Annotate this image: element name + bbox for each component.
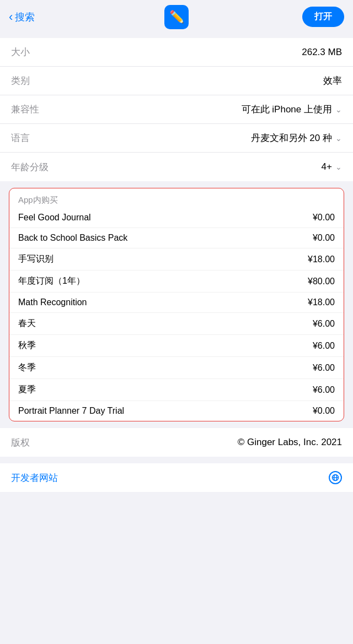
age-rating-value: 4+ ⌄ [322,161,342,172]
back-button[interactable]: ‹ 搜索 [9,10,35,24]
copyright-value: © Ginger Labs, Inc. 2021 [238,437,342,448]
app-icon-container: ✏️ [164,5,189,29]
info-section: 大小 262.3 MB 类别 效率 兼容性 可在此 iPhone 上使用 ⌄ 语… [0,38,353,181]
app-icon: ✏️ [164,5,189,29]
compatibility-row[interactable]: 兼容性 可在此 iPhone 上使用 ⌄ [0,95,353,124]
chevron-down-icon: ⌄ [335,105,342,114]
developer-website-section: 开发者网站 [0,463,353,492]
compatibility-label: 兼容性 [11,103,39,116]
iap-name-2: 手写识别 [18,253,54,265]
iap-item-7: 冬季 ¥6.00 [9,356,344,378]
open-button[interactable]: 打开 [302,7,344,27]
iap-name-6: 秋季 [18,340,36,351]
copyright-section: 版权 © Ginger Labs, Inc. 2021 [0,428,353,457]
category-label: 类别 [11,74,30,87]
chevron-down-icon: ⌄ [335,163,342,171]
iap-name-7: 冬季 [18,362,36,374]
iap-price-6: ¥6.00 [313,341,335,351]
back-label: 搜索 [15,10,35,24]
chevron-down-icon: ⌄ [335,134,342,143]
category-value: 效率 [323,74,342,87]
iap-price-7: ¥6.00 [313,363,335,373]
iap-name-9: Portrait Planner 7 Day Trial [18,406,124,416]
iap-item-1: Back to School Basics Pack ¥0.00 [9,228,344,248]
age-rating-row[interactable]: 年龄分级 4+ ⌄ [0,153,353,181]
iap-name-1: Back to School Basics Pack [18,233,127,243]
bottom-spacer [0,492,353,514]
iap-name-5: 春天 [18,318,36,329]
language-label: 语言 [11,132,30,144]
iap-price-2: ¥18.00 [308,255,335,264]
developer-website-row[interactable]: 开发者网站 [0,463,353,492]
iap-item-4: Math Recognition ¥18.00 [9,292,344,312]
iap-name-8: 夏季 [18,384,36,396]
developer-website-label[interactable]: 开发者网站 [11,472,58,484]
size-label: 大小 [11,46,30,58]
iap-name-0: Feel Good Journal [18,213,91,223]
iap-item-6: 秋季 ¥6.00 [9,334,344,356]
copyright-label: 版权 [11,436,30,449]
iap-item-3: 年度订阅（1年） ¥80.00 [9,270,344,292]
iap-price-8: ¥6.00 [313,385,335,395]
iap-price-1: ¥0.00 [313,233,335,243]
iap-price-9: ¥0.00 [313,406,335,416]
language-value: 丹麦文和另外 20 种 ⌄ [251,132,342,144]
globe-icon [329,471,342,484]
iap-price-4: ¥18.00 [308,297,335,307]
size-row: 大小 262.3 MB [0,38,353,67]
iap-price-0: ¥0.00 [313,213,335,223]
category-row: 类别 效率 [0,67,353,95]
iap-item-9: Portrait Planner 7 Day Trial ¥0.00 [9,401,344,421]
iap-section: App内购买 Feel Good Journal ¥0.00 Back to S… [9,188,344,421]
iap-name-3: 年度订阅（1年） [18,275,85,287]
compatibility-value: 可在此 iPhone 上使用 ⌄ [242,103,342,116]
age-rating-label: 年龄分级 [11,161,49,174]
iap-header-label: App内购买 [9,188,344,208]
iap-name-4: Math Recognition [18,297,87,307]
pencil-icon: ✏️ [169,10,184,24]
iap-item-0: Feel Good Journal ¥0.00 [9,208,344,228]
iap-price-3: ¥80.00 [308,277,335,286]
iap-item-2: 手写识别 ¥18.00 [9,248,344,270]
header: ‹ 搜索 ✏️ 打开 [0,0,353,31]
copyright-row: 版权 © Ginger Labs, Inc. 2021 [0,428,353,457]
back-arrow-icon: ‹ [9,11,13,23]
size-value: 262.3 MB [302,47,342,58]
language-row[interactable]: 语言 丹麦文和另外 20 种 ⌄ [0,124,353,153]
iap-price-5: ¥6.00 [313,319,335,329]
iap-item-8: 夏季 ¥6.00 [9,378,344,401]
iap-item-5: 春天 ¥6.00 [9,312,344,334]
